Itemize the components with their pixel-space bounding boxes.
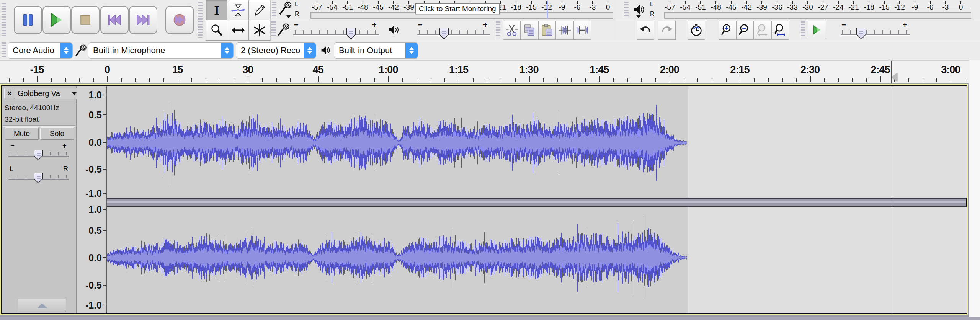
timeline-tick: [388, 76, 389, 82]
play-speed-thumb[interactable]: [856, 28, 866, 39]
amplitude-scale-label: 0.0: [88, 252, 102, 263]
play-button[interactable]: [42, 6, 71, 34]
timeline-tick: [655, 78, 656, 82]
fit-project-button[interactable]: [771, 21, 789, 40]
zoom-out-button[interactable]: [736, 21, 754, 40]
zoom-tool-button[interactable]: [206, 20, 228, 41]
meter-scale-label: -3: [942, 3, 949, 11]
meter-dropdown-icon[interactable]: [286, 15, 291, 18]
meter-scale-label: 0: [959, 3, 963, 11]
meter-scale-label: -12: [894, 3, 905, 11]
close-track-button[interactable]: ✕: [4, 88, 15, 99]
vertical-scale-ruler[interactable]: 1.00.50.0-0.5-1.01.00.50.0-0.5-1.0: [77, 86, 107, 313]
paste-button[interactable]: [538, 21, 556, 40]
microphone-icon[interactable]: [278, 1, 293, 18]
playback-device-select[interactable]: Built-in Output: [334, 42, 418, 59]
recording-channels-select[interactable]: 2 (Stereo) Reco...: [236, 42, 316, 59]
time-shift-tool-button[interactable]: [227, 20, 249, 41]
fit-selection-button[interactable]: [754, 21, 771, 40]
envelope-tool-button[interactable]: [227, 0, 249, 21]
timeline-label: 2:30: [800, 64, 820, 76]
selection-tool-button[interactable]: I: [206, 0, 228, 21]
toolbar-grip[interactable]: [801, 21, 805, 38]
amplitude-scale-label: -0.5: [85, 280, 102, 291]
device-toolbar: Core Audio Built-in Microphone 2 (Stereo…: [0, 40, 980, 60]
copy-button[interactable]: [521, 21, 538, 40]
skip-to-end-button[interactable]: [129, 6, 157, 34]
amplitude-scale-tick: [103, 285, 106, 286]
monitoring-tooltip[interactable]: Click to Start Monitoring: [415, 3, 500, 14]
undo-button[interactable]: [637, 21, 654, 40]
timeline-tick: [93, 78, 94, 82]
recording-meter-toolbar[interactable]: L R -57-54-51-48-45-42-39-36-33-30-27-24…: [270, 0, 612, 20]
timeline-tick: [543, 78, 544, 82]
timeline-tick: [79, 78, 80, 82]
toolbar-grip[interactable]: [2, 42, 6, 59]
pan-right-label: R: [63, 165, 68, 173]
meter-scale-label: -54: [680, 3, 690, 11]
timeline-tick: [782, 78, 783, 82]
playback-meter-bar[interactable]: [664, 12, 971, 19]
timeline-tick: [908, 78, 909, 82]
meter-scale-label: -9: [559, 3, 565, 11]
play-at-speed-button[interactable]: [808, 21, 826, 39]
silence-selection-button[interactable]: [573, 21, 591, 40]
timeline-tick: [37, 76, 38, 82]
meter-scale-label: -57: [665, 3, 675, 11]
timeline-tick: [838, 78, 839, 82]
toolbar-grip[interactable]: [198, 2, 203, 38]
speaker-icon: [320, 45, 332, 57]
timeline-tick: [515, 78, 516, 82]
stop-button[interactable]: [71, 6, 100, 34]
timeline-ruler[interactable]: -1501530451:001:151:301:452:002:152:302:…: [0, 60, 969, 85]
audio-host-select[interactable]: Core Audio: [8, 42, 73, 59]
collapse-track-button[interactable]: [18, 299, 66, 312]
record-button[interactable]: [165, 6, 194, 34]
toolbar-grip[interactable]: [271, 21, 276, 38]
gain-thumb[interactable]: [34, 150, 43, 160]
track-title-menu[interactable]: Goldberg Va: [15, 88, 79, 99]
multi-tool-button[interactable]: [248, 20, 271, 41]
meter-scale-label: -27: [818, 3, 828, 11]
timeline-tick: [880, 76, 881, 82]
timeline-tick: [670, 76, 670, 82]
playhead-marker-icon[interactable]: [892, 73, 897, 82]
meter-scale-label: -51: [342, 3, 353, 11]
waveform-right-channel[interactable]: [107, 207, 967, 313]
solo-button[interactable]: Solo: [40, 127, 74, 140]
timeline-tick: [585, 78, 586, 82]
track-format-line1: Stereo, 44100Hz: [5, 104, 59, 112]
mute-button[interactable]: Mute: [5, 127, 39, 140]
toolbar-grip[interactable]: [496, 21, 500, 38]
waveform-left-channel[interactable]: [107, 86, 967, 198]
toolbar-grip[interactable]: [624, 2, 629, 18]
trim-outside-selection-button[interactable]: [556, 21, 573, 40]
channel-separator[interactable]: [107, 198, 966, 207]
input-volume-thumb[interactable]: [346, 28, 356, 39]
cut-button[interactable]: [503, 21, 521, 40]
toolbar-grip[interactable]: [2, 3, 6, 37]
playback-meter-toolbar[interactable]: L R -57-54-51-48-45-42-39-36-33-30-27-24…: [612, 0, 980, 20]
horizontal-scrollbar-strip[interactable]: [0, 317, 980, 320]
timeline-tick: [262, 78, 263, 82]
recording-channels-value: 2 (Stereo) Reco...: [236, 46, 301, 56]
meter-dropdown-icon[interactable]: [636, 15, 641, 18]
timeline-tick: [487, 78, 487, 82]
pan-thumb[interactable]: [34, 173, 43, 183]
amplitude-scale-tick: [103, 209, 106, 210]
output-volume-thumb[interactable]: [439, 28, 449, 39]
pause-button[interactable]: [14, 6, 42, 34]
toolbar-grip[interactable]: [272, 2, 276, 18]
redo-button[interactable]: [658, 21, 676, 40]
zoom-in-button[interactable]: [719, 21, 736, 40]
sync-lock-button[interactable]: [688, 21, 705, 40]
recording-device-select[interactable]: Built-in Microphone: [88, 42, 234, 59]
draw-tool-button[interactable]: [248, 0, 271, 21]
vertical-scrollbar[interactable]: [969, 60, 980, 317]
select-stepper-icon: [60, 43, 72, 58]
timeline-tick: [220, 78, 220, 82]
timeline-tick: [374, 78, 375, 82]
skip-to-start-button[interactable]: [100, 6, 129, 34]
waveform-area[interactable]: [107, 86, 966, 313]
amplitude-scale-tick: [103, 193, 106, 194]
